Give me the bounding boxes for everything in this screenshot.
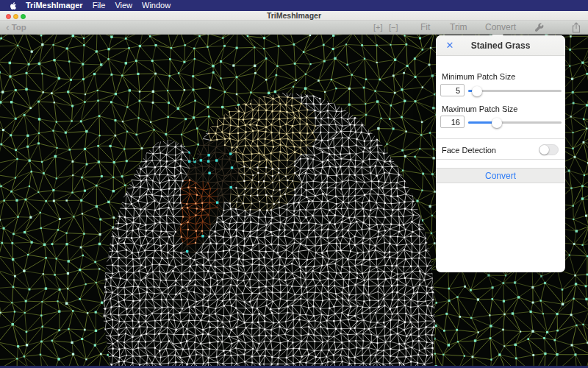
min-patch-size-input[interactable] xyxy=(440,84,465,96)
face-detection-toggle[interactable] xyxy=(539,144,559,155)
app-window: TriMeshImager File View Window TriMeshIm… xyxy=(0,0,588,368)
stained-grass-popover: ✕ Stained Grass Minimum Patch Size Maxim… xyxy=(436,35,565,272)
menu-item-file[interactable]: File xyxy=(93,0,106,11)
apple-menu-icon[interactable] xyxy=(10,1,18,10)
menu-bar: TriMeshImager File View Window xyxy=(0,0,588,11)
back-button[interactable]: ‹Top xyxy=(6,21,26,34)
chevron-left-icon: ‹ xyxy=(6,21,10,33)
popover-title: Stained Grass xyxy=(436,35,565,56)
convert-button[interactable]: Convert xyxy=(485,21,516,34)
slider-thumb[interactable] xyxy=(492,118,502,128)
wrench-icon[interactable] xyxy=(534,23,544,36)
convert-action-button[interactable]: Convert xyxy=(436,168,565,183)
share-icon[interactable] xyxy=(572,22,581,35)
menu-item-view[interactable]: View xyxy=(115,0,132,11)
toggle-knob xyxy=(539,145,549,155)
menu-item-window[interactable]: Window xyxy=(142,0,171,11)
max-patch-size-label: Maximum Patch Size xyxy=(442,105,517,113)
popover-header: ✕ Stained Grass xyxy=(436,35,565,56)
back-label: Top xyxy=(12,23,26,32)
face-detection-label: Face Detection xyxy=(442,146,496,155)
max-patch-size-slider[interactable] xyxy=(468,117,562,128)
trim-button[interactable]: Trim xyxy=(450,21,467,34)
min-patch-size-label: Minimum Patch Size xyxy=(442,72,515,81)
window-title: TriMeshImager xyxy=(0,11,588,21)
zoom-out-button[interactable]: [−] xyxy=(389,21,398,34)
menu-app-name[interactable]: TriMeshImager xyxy=(26,0,83,11)
max-patch-size-input[interactable] xyxy=(440,116,465,128)
toolbar: ‹Top [+] [−] Fit Trim Convert xyxy=(0,21,588,35)
min-patch-size-slider[interactable] xyxy=(468,85,562,96)
title-bar: TriMeshImager xyxy=(0,11,588,21)
zoom-in-button[interactable]: [+] xyxy=(373,21,383,34)
slider-thumb[interactable] xyxy=(472,86,482,96)
face-detection-row: Face Detection xyxy=(436,138,565,160)
fit-button[interactable]: Fit xyxy=(420,21,430,34)
